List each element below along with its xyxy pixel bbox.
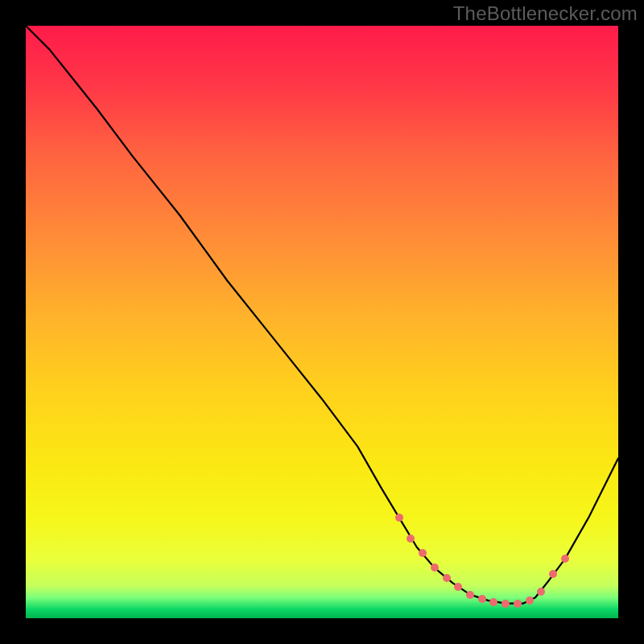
highlight-dot [549,570,557,578]
chart-frame: TheBottlenecker.com [0,0,644,644]
bottleneck-curve [26,26,618,618]
highlight-dot [407,535,415,543]
highlight-dot [502,600,510,608]
highlight-dot [514,600,522,608]
highlight-dot [526,597,534,605]
plot-area [26,26,618,618]
highlight-dot [466,591,474,599]
highlight-dot [395,514,403,522]
highlight-dot [443,574,451,582]
watermark-text: TheBottlenecker.com [453,2,638,25]
